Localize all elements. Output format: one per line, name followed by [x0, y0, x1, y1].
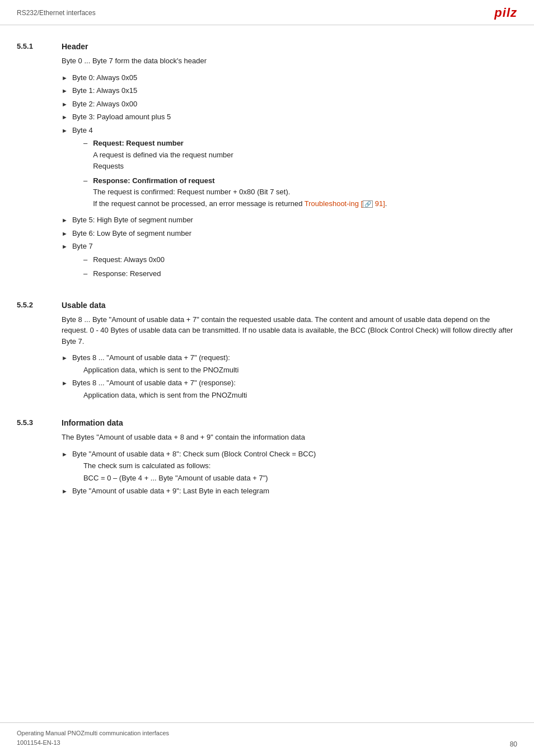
bullet-arrow-icon: ► [62, 100, 68, 109]
section-intro-5-5-1: Byte 0 ... Byte 7 form the data block's … [62, 55, 517, 67]
list-item: ► Byte 5: High Byte of segment number [62, 214, 517, 226]
list-item: ► Byte "Amount of usable data + 9": Last… [62, 486, 517, 497]
bullet-arrow-icon: ► [62, 86, 68, 96]
bullet-arrow-icon: ► [62, 73, 68, 83]
pilz-logo: pilz [494, 6, 517, 20]
footer-page-number: 80 [510, 740, 517, 748]
bullet-arrow-icon: ► [62, 379, 68, 388]
dash-content-response: Response: Confirmation of request The re… [93, 175, 387, 209]
dash-list-byte7: – Request: Always 0x00 – Response: Reser… [83, 254, 517, 279]
dash-detail2: Requests [93, 161, 233, 172]
list-item: – Response: Reserved [83, 268, 517, 279]
bullet-arrow-icon: ► [62, 450, 68, 459]
footer-line2: 1001154-EN-13 [17, 738, 169, 748]
list-item: – Request: Request number A request is d… [83, 138, 517, 172]
bullet-arrow-icon: ► [62, 242, 68, 251]
bullet-arrow-icon: ► [62, 229, 68, 239]
troubleshoot-link[interactable]: Troubleshoot-ing [🔗 91] [305, 199, 385, 208]
footer-line1: Operating Manual PNOZmulti communication… [17, 729, 169, 739]
section-title-5-5-2: Usable data [62, 301, 517, 310]
list-item: ► Byte 6: Low Byte of segment number [62, 228, 517, 239]
dash-content-request: Request: Request number A request is def… [93, 138, 233, 172]
main-content: 5.5.1 Header Byte 0 ... Byte 7 form the … [0, 25, 534, 548]
list-item: ► Byte 1: Always 0x15 [62, 85, 517, 96]
dash-detail2: If the request cannot be processed, an e… [93, 198, 387, 209]
dash-content-req-always: Request: Always 0x00 [93, 254, 165, 265]
footer-left: Operating Manual PNOZmulti communication… [17, 729, 169, 748]
list-item: ► Byte 3: Payload amount plus 5 [62, 111, 517, 123]
dash-label: Response: Reserved [93, 269, 161, 278]
bullet-text: Byte 4 [72, 126, 93, 134]
dash-label: Request: Always 0x00 [93, 255, 165, 264]
dash-label: Response: Confirmation of request [93, 175, 387, 186]
list-item: ► Byte 4 – Request: Request number A req… [62, 125, 517, 213]
list-item: ► Byte 0: Always 0x05 [62, 72, 517, 83]
section-intro-5-5-3: The Bytes "Amount of usable data + 8 and… [62, 432, 517, 443]
list-item: ► Bytes 8 ... "Amount of usable data + 7… [62, 377, 517, 400]
section-intro-5-5-2: Byte 8 ... Byte "Amount of usable data +… [62, 314, 517, 347]
list-item: ► Byte "Amount of usable data + 8": Chec… [62, 449, 517, 484]
section-body-5-5-3: Information data The Bytes "Amount of us… [62, 418, 517, 499]
section-5-5-2: 5.5.2 Usable data Byte 8 ... Byte "Amoun… [17, 301, 517, 403]
section-number-5-5-3: 5.5.3 [17, 418, 62, 499]
bullet-sub-text: The check sum is calculated as follows: [83, 460, 517, 472]
dash-content-resp-reserved: Response: Reserved [93, 268, 161, 279]
bullet-text: Byte "Amount of usable data + 8": Check … [72, 450, 316, 458]
bullet-list-5-5-1: ► Byte 0: Always 0x05 ► Byte 1: Always 0… [62, 72, 517, 283]
dash-icon: – [83, 254, 87, 265]
list-item: ► Bytes 8 ... "Amount of usable data + 7… [62, 352, 517, 375]
bullet-list-5-5-3: ► Byte "Amount of usable data + 8": Chec… [62, 449, 517, 497]
bullet-text: Bytes 8 ... "Amount of usable data + 7" … [72, 353, 230, 362]
bullet-text: Byte 0: Always 0x05 [72, 72, 137, 83]
list-item: ► Byte 7 – Request: Always 0x00 [62, 241, 517, 283]
bullet-arrow-icon: ► [62, 487, 68, 496]
section-number-5-5-1: 5.5.1 [17, 42, 62, 285]
bullet-text: Byte 5: High Byte of segment number [72, 214, 193, 226]
bullet-arrow-icon: ► [62, 353, 68, 363]
list-item: ► Byte 2: Always 0x00 [62, 99, 517, 110]
page-footer: Operating Manual PNOZmulti communication… [0, 722, 534, 756]
section-5-5-3: 5.5.3 Information data The Bytes "Amount… [17, 418, 517, 499]
section-5-5-1: 5.5.1 Header Byte 0 ... Byte 7 form the … [17, 42, 517, 285]
section-body-5-5-2: Usable data Byte 8 ... Byte "Amount of u… [62, 301, 517, 403]
list-item: – Request: Always 0x00 [83, 254, 517, 265]
dash-detail: A request is defined via the request num… [93, 150, 233, 161]
dash-icon: – [83, 268, 87, 279]
page-wrapper: RS232/Ethernet interfaces pilz 5.5.1 Hea… [0, 0, 534, 756]
bullet-arrow-icon: ► [62, 113, 68, 122]
section-body-5-5-1: Header Byte 0 ... Byte 7 form the data b… [62, 42, 517, 285]
bullet-text: Byte 3: Payload amount plus 5 [72, 111, 171, 123]
bullet-arrow-icon: ► [62, 216, 68, 225]
dash-list-byte4: – Request: Request number A request is d… [83, 138, 517, 209]
section-number-5-5-2: 5.5.2 [17, 301, 62, 403]
bullet-text: Byte 2: Always 0x00 [72, 99, 137, 110]
bullet-text: Byte 7 [72, 242, 93, 250]
bullet-list-5-5-2: ► Bytes 8 ... "Amount of usable data + 7… [62, 352, 517, 400]
bullet-sub-text: Application data, which is sent from the… [83, 390, 517, 401]
bullet-arrow-icon: ► [62, 126, 68, 136]
breadcrumb: RS232/Ethernet interfaces [17, 9, 96, 17]
list-item: – Response: Confirmation of request The … [83, 175, 517, 209]
section-title-5-5-3: Information data [62, 418, 517, 427]
bullet-text: Bytes 8 ... "Amount of usable data + 7" … [72, 379, 236, 387]
bullet-text: Byte 1: Always 0x15 [72, 85, 137, 96]
page-header: RS232/Ethernet interfaces pilz [0, 0, 534, 25]
dash-detail: The request is confirmed: Request number… [93, 186, 387, 198]
bullet-sub-text2: BCC = 0 – (Byte 4 + ... Byte "Amount of … [83, 473, 517, 484]
bullet-text: Byte "Amount of usable data + 9": Last B… [72, 486, 269, 497]
bullet-text: Byte 6: Low Byte of segment number [72, 228, 191, 239]
dash-icon: – [83, 138, 87, 149]
dash-label: Request: Request number [93, 138, 233, 149]
bullet-sub-text: Application data, which is sent to the P… [83, 365, 517, 376]
section-title-5-5-1: Header [62, 42, 517, 51]
dash-icon: – [83, 175, 87, 186]
